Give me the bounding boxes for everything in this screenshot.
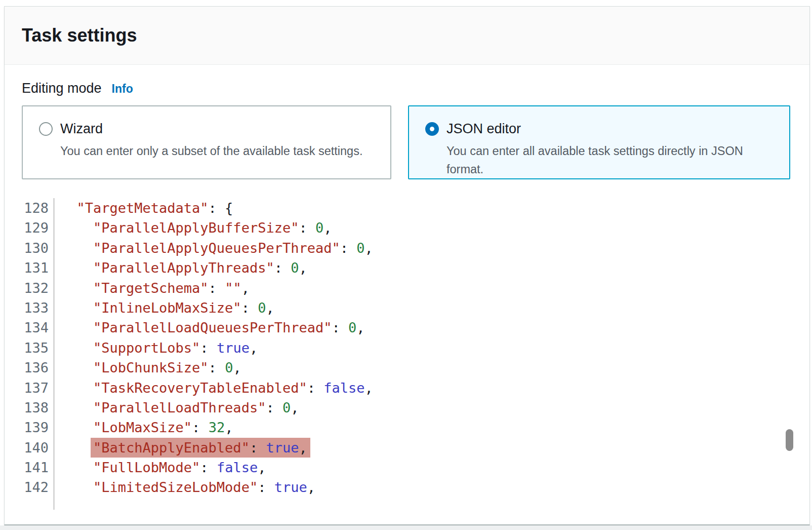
line-number: 135 — [22, 338, 55, 358]
code-token-n: 0 — [291, 260, 299, 276]
code-token-k: "ParallelLoadQueuesPerThread" — [93, 320, 332, 335]
line-number: 128 — [22, 198, 55, 218]
panel-header: Task settings — [5, 7, 809, 65]
code-token-p — [60, 260, 93, 276]
json-editor-option-label: JSON editor — [446, 120, 781, 138]
code-token-b: true — [217, 340, 250, 356]
code-token-n: 0 — [282, 400, 291, 415]
code-token-p: , — [241, 280, 250, 296]
code-line[interactable]: "SupportLobs": true, — [55, 338, 373, 358]
code-token-k: "ParallelApplyThreads" — [93, 260, 274, 276]
info-link[interactable]: Info — [112, 82, 133, 96]
code-line[interactable]: "TaskRecoveryTableEnabled": false, — [55, 378, 373, 398]
code-token-k: "SupportLobs" — [93, 340, 200, 356]
radio-unselected-icon[interactable] — [39, 122, 53, 136]
code-token-k: "LimitedSizeLobMode" — [93, 479, 258, 495]
code-token-p: , — [299, 440, 307, 456]
code-token-p: : — [200, 460, 217, 475]
line-number: 132 — [22, 278, 55, 298]
radio-selected-icon[interactable] — [425, 122, 439, 136]
gutter-tail — [22, 498, 55, 510]
code-token-p: , — [364, 240, 373, 256]
code-token-p: : { — [209, 200, 233, 216]
editing-mode-options: Wizard You can enter only a subset of th… — [22, 105, 790, 179]
code-token-b: true — [274, 479, 307, 495]
code-token-k: "ParallelApplyQueuesPerThread" — [93, 240, 340, 256]
code-token-p — [60, 240, 93, 256]
code-token-p: , — [258, 460, 266, 475]
code-token-p: , — [307, 479, 315, 495]
json-editor-option-description: You can enter all available task setting… — [446, 142, 781, 178]
code-token-p: : — [266, 400, 282, 415]
code-token-p: , — [364, 380, 373, 396]
code-token-k: "ParallelApplyBufferSize" — [93, 220, 299, 236]
code-token-p: : — [340, 240, 357, 256]
code-token-p — [60, 360, 93, 375]
code-token-p: , — [291, 400, 299, 415]
code-token-k: "FullLobMode" — [93, 460, 200, 475]
code-token-k: "LobChunkSize" — [93, 360, 209, 375]
wizard-option-description: You can enter only a subset of the avail… — [60, 142, 362, 160]
highlight-region: "BatchApplyEnabled": true, — [91, 438, 310, 458]
editing-mode-row: Editing mode Info — [22, 81, 133, 96]
code-token-n: 0 — [258, 300, 266, 316]
code-token-n: 0 — [225, 360, 233, 375]
code-line[interactable]: "LimitedSizeLobMode": true, — [55, 477, 373, 497]
code-token-p: , — [266, 300, 274, 316]
code-token-p: : — [209, 280, 225, 296]
radio-option-wizard[interactable]: Wizard You can enter only a subset of th… — [22, 105, 391, 179]
code-line[interactable]: "TargetMetadata": { — [55, 198, 373, 218]
line-number: 133 — [22, 298, 55, 318]
code-token-p — [60, 320, 93, 335]
code-line[interactable]: "InlineLobMaxSize": 0, — [55, 298, 373, 318]
line-number: 137 — [22, 378, 55, 398]
code-token-p: , — [233, 360, 241, 375]
wizard-option-label: Wizard — [60, 120, 362, 138]
code-token-p — [60, 280, 93, 296]
json-editor-option-text: JSON editor You can enter all available … — [446, 120, 781, 178]
code-token-p — [60, 420, 93, 435]
code-token-k: "TargetMetadata" — [77, 200, 209, 216]
code-token-p: : — [258, 479, 274, 495]
code-line[interactable]: "ParallelApplyQueuesPerThread": 0, — [55, 238, 373, 258]
code-token-n: 0 — [315, 220, 323, 236]
code-token-p — [60, 400, 93, 415]
code-line[interactable]: "ParallelLoadThreads": 0, — [55, 398, 373, 418]
code-token-p: , — [299, 260, 307, 276]
json-code-editor[interactable]: 128 "TargetMetadata": {129 "ParallelAppl… — [22, 198, 373, 510]
code-tail — [55, 498, 373, 510]
code-line[interactable]: "FullLobMode": false, — [55, 458, 373, 477]
code-line[interactable]: "ParallelLoadQueuesPerThread": 0, — [55, 318, 373, 337]
code-token-p: : — [307, 380, 324, 396]
page-background-strip — [0, 525, 812, 530]
editing-mode-label: Editing mode — [22, 81, 102, 96]
page-title: Task settings — [22, 25, 137, 46]
code-token-p: , — [323, 220, 332, 236]
code-token-b: true — [266, 440, 299, 456]
code-token-b: false — [217, 460, 258, 475]
code-line[interactable]: "LobChunkSize": 0, — [55, 358, 373, 377]
line-number: 139 — [22, 418, 55, 437]
code-line[interactable]: "TargetSchema": "", — [55, 278, 373, 298]
code-token-p: : — [241, 300, 258, 316]
code-token-p: , — [356, 320, 364, 335]
code-token-p: , — [225, 420, 233, 435]
code-token-p: : — [192, 420, 209, 435]
page: Task settings Editing mode Info Wizard Y… — [0, 0, 812, 530]
radio-option-json-editor[interactable]: JSON editor You can enter all available … — [408, 105, 790, 179]
code-token-p: : — [250, 440, 266, 456]
code-token-p: : — [209, 360, 225, 375]
code-token-p — [60, 200, 77, 216]
code-line[interactable]: "ParallelApplyThreads": 0, — [55, 258, 373, 278]
code-token-p — [60, 380, 93, 396]
code-line[interactable]: "ParallelApplyBufferSize": 0, — [55, 218, 373, 238]
code-token-p: : — [299, 220, 315, 236]
code-token-p — [60, 340, 93, 356]
line-number: 129 — [22, 218, 55, 238]
line-number: 140 — [22, 438, 55, 458]
code-token-n: 0 — [356, 240, 364, 256]
code-token-p — [60, 220, 93, 236]
scrollbar-thumb[interactable] — [786, 429, 793, 451]
code-line-highlighted[interactable]: "BatchApplyEnabled": true, — [55, 438, 373, 458]
code-line[interactable]: "LobMaxSize": 32, — [55, 418, 373, 437]
